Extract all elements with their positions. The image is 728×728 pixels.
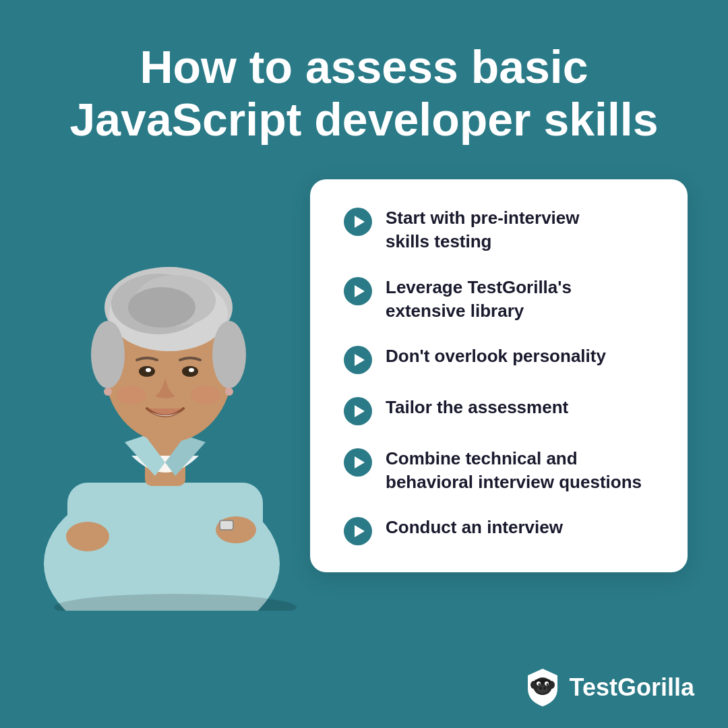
item-text-1: Start with pre-interviewskills testing [386, 206, 580, 253]
svg-point-16 [128, 287, 195, 328]
play-icon-2 [344, 277, 372, 305]
svg-point-21 [146, 368, 151, 372]
brand-footer: TestGorilla [525, 667, 694, 708]
item-text-3: Don't overlook personality [386, 344, 606, 368]
list-item: Leverage TestGorilla'sextensive library [344, 276, 654, 323]
play-icon-6 [344, 517, 372, 545]
item-text-5: Combine technical andbehavioral intervie… [386, 447, 642, 494]
svg-point-25 [104, 388, 112, 396]
item-text-4: Tailor the assessment [386, 396, 568, 419]
svg-point-36 [537, 686, 548, 694]
item-text-2: Leverage TestGorilla'sextensive library [386, 276, 572, 323]
brand-name: TestGorilla [570, 673, 694, 702]
info-card: Start with pre-interviewskills testing L… [310, 179, 688, 572]
page-title: How to assess basic JavaScript developer… [69, 40, 658, 146]
play-icon-4 [344, 397, 372, 425]
svg-point-17 [91, 321, 125, 388]
svg-point-26 [225, 388, 233, 396]
svg-point-24 [191, 386, 220, 404]
svg-point-34 [538, 684, 540, 686]
testgorilla-logo-icon [525, 667, 560, 708]
play-icon-1 [344, 208, 372, 236]
svg-point-37 [539, 687, 542, 690]
svg-point-35 [546, 684, 548, 686]
content-area: Start with pre-interviewskills testing L… [0, 173, 728, 728]
svg-rect-9 [220, 521, 233, 529]
svg-point-22 [189, 368, 194, 372]
item-text-6: Conduct an interview [386, 516, 563, 539]
header: How to assess basic JavaScript developer… [16, 0, 712, 173]
svg-point-6 [66, 522, 109, 551]
list-item: Tailor the assessment [344, 396, 654, 425]
list-item: Start with pre-interviewskills testing [344, 206, 654, 253]
svg-point-18 [212, 321, 246, 388]
play-icon-3 [344, 346, 372, 374]
list-item: Don't overlook personality [344, 344, 654, 374]
list-item: Combine technical andbehavioral intervie… [344, 447, 654, 494]
page-container: How to assess basic JavaScript developer… [0, 0, 728, 728]
svg-point-38 [543, 687, 546, 690]
svg-point-23 [117, 386, 146, 404]
person-image [27, 173, 337, 611]
list-item: Conduct an interview [344, 516, 654, 545]
play-icon-5 [344, 448, 372, 477]
